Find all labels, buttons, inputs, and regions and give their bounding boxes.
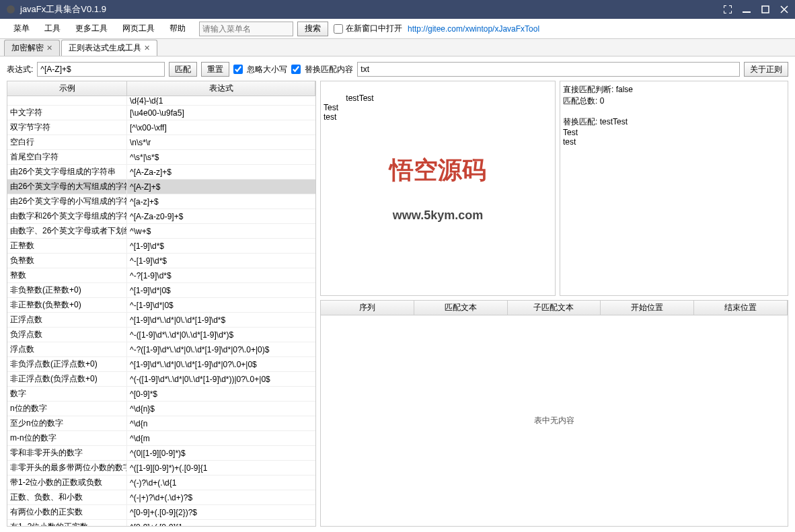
examples-table: 示例 表达式 \d{4}-\d{1中文字符[\u4e00-\u9fa5]双字节字… — [7, 81, 316, 527]
ignore-case-label: 忽略大小写 — [247, 64, 287, 75]
svg-rect-2 — [762, 6, 769, 13]
cell-expr: ^(0|[1-9][0-9]*)$ — [127, 446, 315, 460]
result-col-header-3[interactable]: 开始位置 — [601, 301, 694, 315]
table-row[interactable]: 双字节字符[^\x00-\xff] — [7, 120, 315, 135]
cell-expr: ^\d{n — [127, 416, 315, 430]
table-row[interactable]: 零和非零开头的数字^(0|[1-9][0-9]*)$ — [7, 446, 315, 461]
table-row[interactable]: 浮点数^-?([1-9]\d*\.\d*|0\.\d*[1-9]\d*|0?\.… — [7, 342, 315, 357]
result-table-header: 序列匹配文本子匹配文本开始位置结束位置 — [321, 301, 788, 315]
minimize-icon[interactable] — [741, 4, 752, 15]
watermark: 悟空源码 www.5kym.com — [389, 135, 486, 241]
right-top-split: testTest Test test 悟空源码 www.5kym.com 直接匹… — [320, 81, 788, 296]
table-body[interactable]: \d{4}-\d{1中文字符[\u4e00-\u9fa5]双字节字符[^\x00… — [7, 96, 315, 526]
cell-expr: ^(-)?\d+(.\d{1 — [127, 476, 315, 490]
new-window-checkbox[interactable] — [334, 24, 343, 34]
cell-expr: ^[1-9]\d*$ — [127, 239, 315, 253]
table-row[interactable]: 正数、负数、和小数^(-|+)?\d+(.\d+)?$ — [7, 490, 315, 505]
result-col-header-0[interactable]: 序列 — [321, 301, 414, 315]
menu-item-0[interactable]: 菜单 — [7, 20, 36, 37]
fullscreen-icon[interactable] — [722, 4, 733, 15]
table-row[interactable]: 中文字符[\u4e00-\u9fa5] — [7, 106, 315, 120]
table-row[interactable]: 由26个英文字母的小写组成的字符...^[a-z]+$ — [7, 194, 315, 209]
tab-close-icon[interactable]: ✕ — [46, 44, 52, 52]
cell-expr: ^[0-9]*$ — [127, 387, 315, 401]
table-row[interactable]: 非负整数(正整数+0)^[1-9]\d*|0$ — [7, 283, 315, 298]
cell-example: 由26个英文字母组成的字符串 — [7, 165, 127, 179]
cell-example: 非负整数(正整数+0) — [7, 283, 127, 297]
cell-expr: ^(-|+)?\d+(.\d+)?$ — [127, 490, 315, 504]
table-row[interactable]: 非正整数(负整数+0)^-[1-9]\d*|0$ — [7, 298, 315, 313]
table-row[interactable]: m-n位的数字^\d{m — [7, 431, 315, 446]
table-row[interactable]: 正浮点数^[1-9]\d*\.\d*|0\.\d*[1-9]\d*$ — [7, 313, 315, 328]
table-row[interactable]: 非正浮点数(负浮点数+0)^(-([1-9]\d*\.\d*|0\.\d*[1-… — [7, 372, 315, 387]
result-col-header-1[interactable]: 匹配文本 — [414, 301, 508, 315]
table-row[interactable]: 非零开头的最多带两位小数的数字^([1-9][0-9]*)+(.[0-9]{1 — [7, 461, 315, 476]
tab-label: 加密解密 — [11, 42, 44, 54]
window-title: javaFx工具集合V0.1.9 — [20, 3, 722, 15]
menu-item-2[interactable]: 更多工具 — [69, 20, 114, 37]
replace-checkbox[interactable] — [291, 65, 301, 74]
result-col-header-4[interactable]: 结束位置 — [694, 301, 788, 315]
cell-expr: ^[A-Za-z0-9]+$ — [127, 209, 315, 223]
table-row[interactable]: 首尾空白字符^\s*|\s*$ — [7, 150, 315, 165]
main-split: 示例 表达式 \d{4}-\d{1中文字符[\u4e00-\u9fa5]双字节字… — [7, 81, 788, 527]
col-header-example[interactable]: 示例 — [7, 81, 127, 96]
table-row[interactable]: 负浮点数^-([1-9]\d*\.\d*|0\.\d*[1-9]\d*)$ — [7, 328, 315, 342]
table-row[interactable]: 正整数^[1-9]\d*$ — [7, 239, 315, 254]
test-text-area[interactable]: testTest Test test 悟空源码 www.5kym.com — [320, 81, 556, 296]
result-col-header-2[interactable]: 子匹配文本 — [508, 301, 601, 315]
table-row[interactable]: 有两位小数的正实数^[0-9]+(.[0-9]{2})?$ — [7, 505, 315, 520]
new-window-label: 在新窗口中打开 — [346, 23, 402, 34]
replace-input[interactable] — [357, 62, 740, 77]
cell-example: 正整数 — [7, 239, 127, 253]
tab-label: 正则表达式生成工具 — [69, 42, 141, 54]
table-row[interactable]: 整数^-?[1-9]\d*$ — [7, 268, 315, 283]
cell-example: n位的数字 — [7, 402, 127, 416]
titlebar: javaFx工具集合V0.1.9 — [0, 0, 795, 19]
cell-example: m-n位的数字 — [7, 431, 127, 445]
cell-example: 由数字、26个英文字母或者下划线... — [7, 224, 127, 238]
close-icon[interactable] — [779, 4, 790, 15]
tab-close-icon[interactable]: ✕ — [144, 44, 150, 52]
cell-expr: ^[0-9]+(.[0-9]{1 — [127, 520, 315, 526]
table-row[interactable]: 带1-2位小数的正数或负数^(-)?\d+(.\d{1 — [7, 476, 315, 490]
cell-example: 零和非零开头的数字 — [7, 446, 127, 460]
match-button[interactable]: 匹配 — [169, 62, 197, 77]
expression-input[interactable] — [37, 62, 165, 77]
table-row[interactable]: \d{4}-\d{1 — [7, 96, 315, 106]
watermark-title: 悟空源码 — [389, 154, 486, 187]
svg-rect-1 — [743, 11, 751, 13]
about-regex-button[interactable]: 关于正则 — [744, 62, 788, 77]
cell-example: 非零开头的最多带两位小数的数字 — [7, 461, 127, 475]
cell-expr: ^-[1-9]\d*$ — [127, 254, 315, 268]
cell-example: 中文字符 — [7, 106, 127, 120]
search-button[interactable]: 搜索 — [297, 22, 328, 36]
reset-button[interactable]: 重置 — [201, 62, 229, 77]
table-row[interactable]: 由数字和26个英文字母组成的字符...^[A-Za-z0-9]+$ — [7, 209, 315, 224]
tab-0[interactable]: 加密解密✕ — [4, 40, 60, 56]
cell-expr: ^(-([1-9]\d*\.\d*|0\.\d*[1-9]\d*))|0?\.0… — [127, 372, 315, 386]
maximize-icon[interactable] — [760, 4, 771, 15]
table-row[interactable]: 至少n位的数字^\d{n — [7, 416, 315, 431]
result-table-body: 表中无内容 — [321, 315, 788, 526]
repo-link[interactable]: http://gitee.com/xwintop/xJavaFxTool — [408, 24, 539, 34]
table-row[interactable]: 由数字、26个英文字母或者下划线...^\w+$ — [7, 224, 315, 239]
table-row[interactable]: 由26个英文字母组成的字符串^[A-Za-z]+$ — [7, 165, 315, 180]
table-row[interactable]: 数字^[0-9]*$ — [7, 387, 315, 402]
menu-item-3[interactable]: 网页工具 — [116, 20, 161, 37]
table-row[interactable]: 负整数^-[1-9]\d*$ — [7, 254, 315, 268]
table-row[interactable]: 非负浮点数(正浮点数+0)^[1-9]\d*\.\d*|0\.\d*[1-9]\… — [7, 357, 315, 372]
cell-expr: ^\s*|\s*$ — [127, 150, 315, 164]
ignore-case-checkbox[interactable] — [233, 65, 243, 74]
table-row[interactable]: 由26个英文字母的大写组成的字符...^[A-Z]+$ — [7, 180, 315, 194]
table-row[interactable]: 空白行\n\s*\r — [7, 135, 315, 150]
menu-item-4[interactable]: 帮助 — [163, 20, 192, 37]
menu-search-input[interactable] — [199, 22, 293, 36]
table-row[interactable]: 有1~3位小数的正实数^[0-9]+(.[0-9]{1 — [7, 520, 315, 526]
cell-expr: ^\d{m — [127, 431, 315, 445]
result-text-area[interactable]: 直接匹配判断: false 匹配总数: 0 替换匹配: testTest Tes… — [560, 81, 788, 296]
table-row[interactable]: n位的数字^\d{n}$ — [7, 402, 315, 416]
col-header-expression[interactable]: 表达式 — [127, 81, 315, 96]
tab-1[interactable]: 正则表达式生成工具✕ — [61, 40, 157, 56]
menu-item-1[interactable]: 工具 — [38, 20, 67, 37]
